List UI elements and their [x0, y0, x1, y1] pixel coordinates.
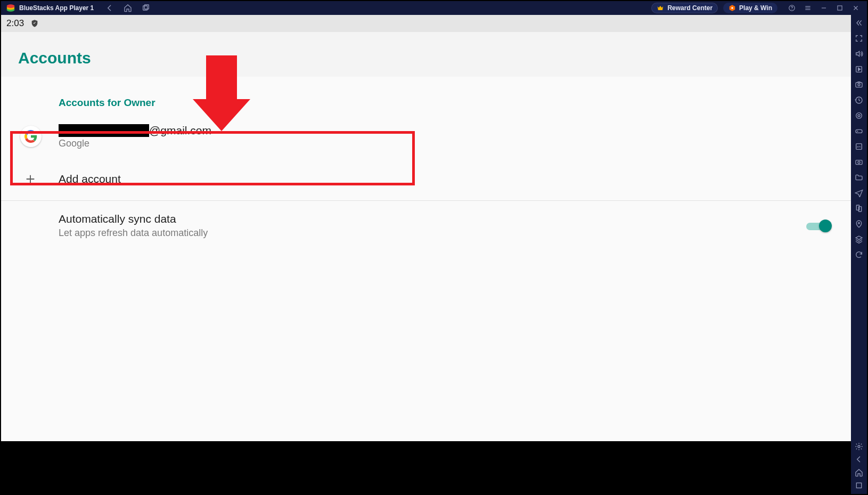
svg-rect-18 [856, 160, 862, 165]
volume-icon[interactable] [853, 47, 865, 61]
titlebar: BlueStacks App Player 1 Reward Center [1, 1, 867, 15]
auto-sync-toggle[interactable] [806, 220, 830, 232]
fullscreen-icon[interactable] [853, 31, 865, 45]
google-logo-icon [20, 126, 42, 147]
chevrons-left-icon[interactable] [853, 16, 865, 30]
right-sidebar-bottom [851, 441, 867, 494]
email-suffix: @gmail.com [149, 124, 211, 137]
hamburger-icon[interactable] [804, 4, 812, 12]
svg-rect-15 [856, 129, 862, 133]
status-time: 2:03 [6, 18, 24, 29]
back-icon[interactable] [105, 4, 114, 12]
auto-sync-row[interactable]: Automatically sync data Let apps refresh… [1, 201, 851, 250]
add-account-label: Add account [59, 173, 121, 185]
hex-dot-icon [728, 4, 736, 12]
right-sidebar: APK [851, 15, 867, 441]
svg-point-2 [7, 4, 15, 8]
redacted-email-prefix [59, 124, 149, 137]
svg-point-8 [791, 9, 792, 10]
svg-rect-24 [856, 483, 861, 488]
google-account-row[interactable]: @gmail.com Google [1, 115, 851, 158]
settings-content: Accounts for Owner [1, 77, 851, 250]
accounts-section-label: Accounts for Owner [1, 77, 851, 115]
svg-text:APK: APK [857, 145, 861, 148]
minimize-icon[interactable] [820, 4, 828, 12]
gear-icon[interactable] [853, 441, 865, 452]
svg-point-13 [856, 113, 862, 119]
layers-icon[interactable] [853, 232, 865, 246]
svg-point-14 [858, 115, 860, 117]
settings-header: Accounts [1, 32, 851, 77]
auto-sync-title: Automatically sync data [59, 213, 208, 225]
auto-sync-subtitle: Let apps refresh data automatically [59, 228, 208, 239]
plane-icon[interactable] [853, 186, 865, 200]
sync-phone-icon[interactable] [853, 201, 865, 215]
location-pin-icon[interactable] [853, 217, 865, 231]
toggle-thumb [819, 220, 832, 232]
home-icon[interactable] [124, 4, 132, 12]
titlebar-nav [105, 4, 150, 12]
account-provider: Google [59, 138, 211, 149]
svg-rect-3 [143, 6, 148, 10]
window-controls [788, 4, 859, 12]
apk-box-icon[interactable]: APK [853, 140, 865, 153]
folder-icon[interactable] [853, 171, 865, 184]
reward-center-label: Reward Center [667, 4, 713, 12]
svg-point-6 [731, 7, 733, 9]
maximize-icon[interactable] [836, 4, 844, 12]
svg-point-23 [858, 445, 860, 448]
play-win-button[interactable]: Play & Win [723, 3, 777, 13]
controller-icon[interactable] [853, 124, 865, 138]
shield-icon [30, 19, 39, 28]
svg-rect-9 [838, 6, 842, 10]
help-icon[interactable] [788, 4, 796, 12]
rotate-icon[interactable] [853, 248, 865, 262]
plus-icon [24, 173, 36, 185]
nav-back-icon[interactable] [853, 454, 865, 465]
android-status-bar: 2:03 [1, 15, 851, 32]
app-title: BlueStacks App Player 1 [19, 4, 94, 12]
target-icon[interactable] [853, 109, 865, 123]
svg-point-22 [858, 222, 860, 224]
account-email: @gmail.com [59, 124, 211, 137]
bluestacks-logo-icon [5, 3, 16, 13]
play-win-label: Play & Win [739, 4, 772, 12]
android-surface: 2:03 Accounts Accounts for Owner [1, 15, 851, 441]
camera-box-icon[interactable] [853, 78, 865, 92]
page-title: Accounts [18, 49, 91, 67]
close-icon[interactable] [852, 4, 859, 12]
nav-home-icon[interactable] [853, 467, 865, 478]
svg-point-12 [858, 84, 860, 86]
nav-recents-icon[interactable] [853, 480, 865, 491]
crown-icon [657, 4, 664, 12]
recents-icon[interactable] [142, 4, 150, 12]
history-icon[interactable] [853, 93, 865, 107]
svg-rect-4 [145, 5, 149, 9]
reward-center-button[interactable]: Reward Center [651, 3, 718, 13]
add-account-row[interactable]: Add account [1, 158, 851, 200]
svg-rect-11 [856, 83, 862, 87]
svg-point-19 [858, 161, 860, 164]
play-box-icon[interactable] [853, 62, 865, 76]
camera-icon[interactable] [853, 155, 865, 169]
